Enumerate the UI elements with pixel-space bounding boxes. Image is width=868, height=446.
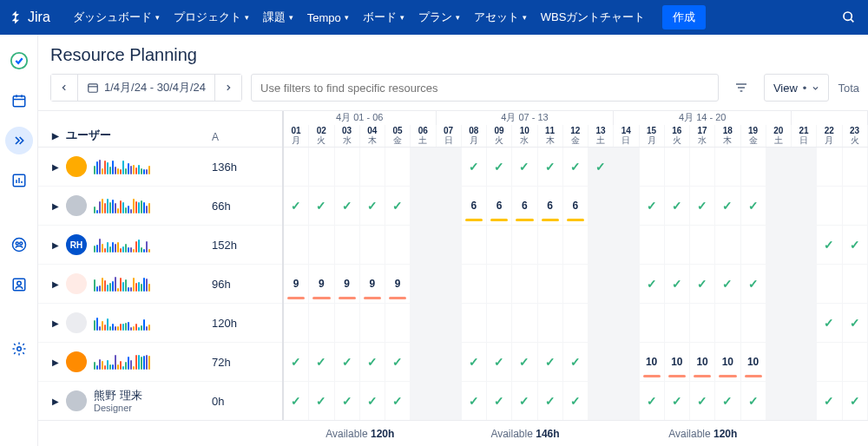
calendar-cell[interactable]: ✓	[715, 382, 740, 420]
create-button[interactable]: 作成	[662, 5, 706, 30]
calendar-cell[interactable]	[538, 304, 563, 342]
calendar-cell[interactable]	[665, 148, 690, 186]
calendar-cell[interactable]	[614, 187, 639, 225]
prev-button[interactable]	[51, 75, 77, 101]
calendar-cell[interactable]	[563, 265, 589, 303]
calendar-cell[interactable]: ✓	[640, 265, 665, 303]
rail-team-icon[interactable]	[5, 231, 33, 259]
calendar-cell[interactable]	[690, 148, 715, 186]
calendar-cell[interactable]	[766, 304, 792, 342]
calendar-cell[interactable]	[614, 343, 639, 381]
calendar-cell[interactable]	[437, 226, 462, 264]
calendar-cell[interactable]: ✓	[843, 226, 868, 264]
calendar-cell[interactable]: 10	[741, 343, 766, 381]
calendar-cell[interactable]	[411, 148, 436, 186]
calendar-cell[interactable]	[715, 226, 740, 264]
calendar-cell[interactable]: ✓	[843, 304, 868, 342]
calendar-cell[interactable]	[309, 226, 334, 264]
calendar-cell[interactable]	[614, 304, 639, 342]
calendar-cell[interactable]: ✓	[538, 148, 563, 186]
calendar-cell[interactable]: ✓	[309, 187, 334, 225]
calendar-cell[interactable]	[385, 304, 411, 342]
calendar-cell[interactable]: ✓	[487, 148, 512, 186]
expand-row-icon[interactable]: ▶	[52, 397, 59, 406]
view-button[interactable]: View •	[764, 74, 830, 102]
calendar-cell[interactable]	[335, 304, 360, 342]
calendar-cell[interactable]	[538, 265, 563, 303]
rail-checklist-icon[interactable]	[5, 47, 33, 75]
calendar-cell[interactable]: ✓	[512, 148, 537, 186]
calendar-cell[interactable]	[792, 304, 817, 342]
calendar-cell[interactable]	[284, 304, 309, 342]
calendar-cell[interactable]	[284, 148, 309, 186]
rail-chart-icon[interactable]	[5, 167, 33, 194]
calendar-cell[interactable]	[792, 148, 817, 186]
calendar-cell[interactable]	[309, 304, 334, 342]
calendar-cell[interactable]	[766, 148, 792, 186]
calendar-cell[interactable]: ✓	[741, 382, 766, 420]
calendar-cell[interactable]	[437, 265, 462, 303]
calendar-cell[interactable]	[766, 226, 792, 264]
calendar-cell[interactable]	[715, 148, 740, 186]
calendar-cell[interactable]: ✓	[462, 343, 487, 381]
calendar-cell[interactable]: ✓	[512, 382, 537, 420]
calendar-cell[interactable]: ✓	[284, 343, 309, 381]
calendar-cell[interactable]: ✓	[538, 343, 563, 381]
calendar-cell[interactable]	[792, 265, 817, 303]
nav-item[interactable]: ボード ▾	[356, 6, 411, 29]
calendar-cell[interactable]: 10	[665, 343, 690, 381]
calendar-cell[interactable]	[843, 265, 868, 303]
calendar-cell[interactable]	[741, 148, 766, 186]
calendar-cell[interactable]	[487, 226, 512, 264]
calendar-cell[interactable]	[512, 226, 537, 264]
calendar-cell[interactable]	[385, 148, 411, 186]
avatar[interactable]	[66, 390, 87, 411]
calendar-cell[interactable]	[741, 226, 766, 264]
calendar-cell[interactable]	[614, 226, 639, 264]
expand-row-icon[interactable]: ▶	[52, 201, 59, 211]
calendar-cell[interactable]	[512, 265, 537, 303]
calendar-cell[interactable]	[589, 304, 614, 342]
expand-row-icon[interactable]: ▶	[52, 279, 59, 289]
calendar-cell[interactable]: ✓	[563, 343, 589, 381]
calendar-cell[interactable]: ✓	[665, 187, 690, 225]
calendar-cell[interactable]: 9	[284, 265, 309, 303]
calendar-cell[interactable]	[690, 304, 715, 342]
calendar-cell[interactable]: 6	[487, 187, 512, 225]
calendar-cell[interactable]	[360, 148, 385, 186]
calendar-cell[interactable]: ✓	[385, 382, 411, 420]
calendar-cell[interactable]	[437, 343, 462, 381]
filter-input[interactable]	[251, 74, 719, 102]
calendar-cell[interactable]	[360, 304, 385, 342]
expand-row-icon[interactable]: ▶	[52, 318, 59, 328]
calendar-cell[interactable]	[817, 265, 842, 303]
calendar-cell[interactable]	[843, 343, 868, 381]
calendar-cell[interactable]: ✓	[335, 187, 360, 225]
rail-user-icon[interactable]	[5, 271, 33, 298]
expand-all-icon[interactable]: ▶	[52, 131, 59, 141]
calendar-cell[interactable]	[614, 265, 639, 303]
calendar-cell[interactable]: ✓	[360, 343, 385, 381]
calendar-cell[interactable]	[817, 148, 842, 186]
calendar-cell[interactable]: ✓	[741, 265, 766, 303]
calendar-cell[interactable]	[766, 382, 792, 420]
calendar-cell[interactable]: ✓	[665, 265, 690, 303]
expand-row-icon[interactable]: ▶	[52, 240, 59, 250]
calendar-cell[interactable]: ✓	[715, 187, 740, 225]
expand-row-icon[interactable]: ▶	[52, 357, 59, 367]
calendar-cell[interactable]	[589, 226, 614, 264]
calendar-cell[interactable]: ✓	[589, 148, 614, 186]
calendar-cell[interactable]	[817, 343, 842, 381]
calendar-cell[interactable]: 6	[462, 187, 487, 225]
calendar-cell[interactable]: ✓	[817, 382, 842, 420]
jira-logo[interactable]: Jira	[9, 10, 50, 25]
calendar-cell[interactable]	[766, 343, 792, 381]
calendar-cell[interactable]: ✓	[487, 343, 512, 381]
calendar-cell[interactable]: 10	[715, 343, 740, 381]
calendar-cell[interactable]: ✓	[741, 187, 766, 225]
calendar-cell[interactable]: ✓	[360, 382, 385, 420]
calendar-cell[interactable]	[843, 187, 868, 225]
calendar-cell[interactable]	[284, 226, 309, 264]
calendar-cell[interactable]: ✓	[309, 343, 334, 381]
nav-item[interactable]: ダッシュボード ▾	[66, 6, 167, 29]
